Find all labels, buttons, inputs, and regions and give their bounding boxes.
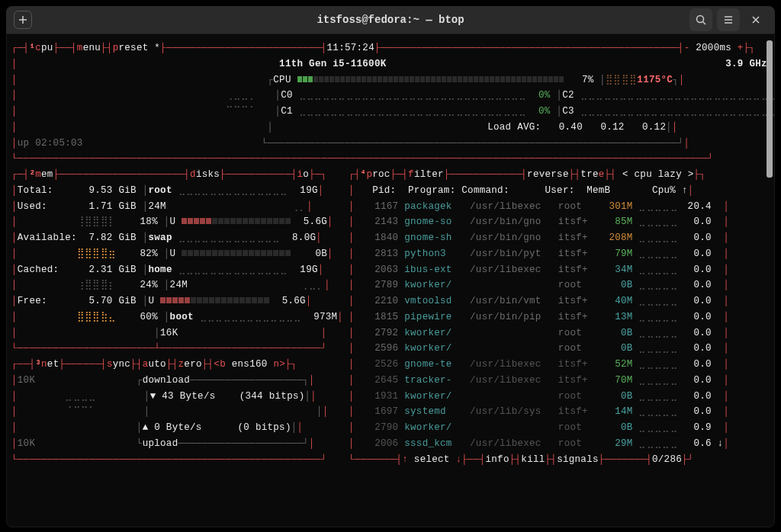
process-row[interactable]: │ 1840 gnome-sh /usr/bin/gno itsf+ 208M … bbox=[349, 230, 770, 246]
uptime: up 02:05:03 bbox=[18, 138, 83, 149]
process-row[interactable]: │ 1167 packagek /usr/libexec root 301M ⣀… bbox=[349, 199, 770, 215]
svg-point-1 bbox=[697, 16, 704, 23]
process-row[interactable]: │ 2790 kworker/ root 0B ⣀⣀⣀⣀⣀ 0.9 │ bbox=[349, 420, 770, 436]
process-row[interactable]: │ 1697 systemd /usr/lib/sys itsf+ 14M ⣀⣀… bbox=[349, 404, 770, 420]
new-tab-button[interactable] bbox=[14, 11, 32, 29]
process-list[interactable]: ┌┤⁴proc├─┤filter├────────────┤reverse├┤t… bbox=[349, 167, 770, 467]
process-row[interactable]: │ 1931 kworker/ root 0B ⣀⣀⣀⣀⣀ 0.0 │ bbox=[349, 389, 770, 405]
cpu-total-pct: 7% bbox=[582, 75, 594, 85]
terminal[interactable]: ┌─┤¹cpu├──┤menu├┤preset *├──────────────… bbox=[6, 34, 775, 527]
cpu-total-bar bbox=[297, 72, 564, 88]
process-row[interactable]: │ 2789 kworker/ root 0B ⣀⣀⣀⣀⣀ 0.0 │ bbox=[349, 277, 770, 293]
titlebar: itsfoss@fedora:~ — btop bbox=[6, 6, 775, 34]
process-row[interactable]: │ 2143 gnome-so /usr/bin/gno itsf+ 85M ⣀… bbox=[349, 214, 770, 230]
process-row[interactable]: │ 2063 ibus-ext /usr/libexec itsf+ 34M ⣀… bbox=[349, 262, 770, 278]
process-row[interactable]: │ 2210 vmtoolsd /usr/bin/vmt itsf+ 40M ⣀… bbox=[349, 293, 770, 309]
window-title: itsfoss@fedora:~ — btop bbox=[317, 14, 464, 26]
process-row[interactable]: │ 2792 kworker/ root 0B ⣀⣀⣀⣀⣀ 0.0 │ bbox=[349, 325, 770, 341]
cpu-temp: 1175°C bbox=[637, 75, 673, 85]
cpu-freq: 3.9 GHz bbox=[725, 59, 767, 69]
search-button[interactable] bbox=[689, 8, 712, 31]
scrollbar[interactable] bbox=[767, 40, 773, 178]
process-row[interactable]: │ 2006 sssd_kcm /usr/libexec root 29M ⣀⣀… bbox=[349, 436, 770, 452]
process-row[interactable]: │ 1815 pipewire /usr/bin/pip itsf+ 13M ⣀… bbox=[349, 309, 770, 325]
process-row[interactable]: │ 2596 kworker/ root 0B ⣀⣀⣀⣀⣀ 0.0 │ bbox=[349, 341, 770, 357]
process-row[interactable]: │ 2645 tracker- /usr/libexec itsf+ 70M ⣀… bbox=[349, 373, 770, 389]
process-row[interactable]: │ 2813 python3 /usr/bin/pyt itsf+ 79M ⣀⣀… bbox=[349, 246, 770, 262]
close-button[interactable] bbox=[744, 8, 767, 31]
menu-button[interactable] bbox=[717, 8, 740, 31]
header-line: ┌─┤¹cpu├──┤menu├┤preset *├──────────────… bbox=[11, 40, 770, 56]
process-row[interactable]: │ 2526 gnome-te /usr/libexec itsf+ 52M ⣀… bbox=[349, 357, 770, 373]
cpu-model: 11th Gen i5-11600K bbox=[279, 59, 386, 69]
